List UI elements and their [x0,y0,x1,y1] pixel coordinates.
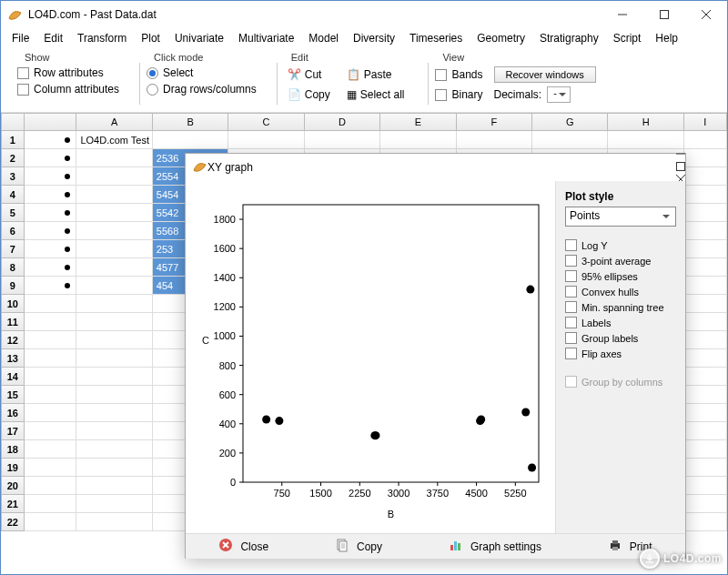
grid-cell[interactable] [76,349,152,368]
grid-cell[interactable] [684,459,727,477]
row-header[interactable]: 3 [1,167,25,186]
row-marker-cell[interactable] [25,459,77,477]
grid-cell[interactable] [76,277,152,295]
grid-cell[interactable] [684,349,727,368]
maximize-button[interactable] [643,1,685,28]
grid-cell[interactable] [76,422,152,440]
decimals-select[interactable]: - [547,86,571,103]
row-marker-cell[interactable] [25,240,77,258]
menu-edit[interactable]: Edit [36,30,70,46]
menu-stratigraphy[interactable]: Stratigraphy [532,30,606,46]
row-marker-cell[interactable] [25,495,77,513]
grid-cell[interactable] [76,513,152,531]
row-header[interactable]: 18 [1,440,25,459]
row-marker-cell[interactable] [25,349,77,368]
grid-cell[interactable] [76,186,152,204]
plot-option-checkbox[interactable]: 95% ellipses [565,270,676,282]
row-marker-cell[interactable] [25,149,77,167]
grid-cell[interactable] [684,277,727,295]
row-header[interactable]: 14 [1,368,25,386]
grid-cell[interactable] [76,477,152,495]
grid-cell[interactable] [76,459,152,477]
column-header[interactable]: G [532,113,608,131]
paste-button[interactable]: 📋Paste [343,66,409,83]
grid-cell[interactable] [608,131,683,149]
plot-option-checkbox[interactable]: Group labels [565,332,676,344]
row-header[interactable]: 6 [1,222,25,240]
grid-cell[interactable] [76,386,152,404]
grid-cell[interactable] [76,368,152,386]
cut-button[interactable]: ✂️Cut [284,66,334,83]
column-header[interactable]: C [228,113,304,131]
grid-cell[interactable] [76,258,152,277]
row-marker-cell[interactable] [25,422,77,440]
row-header[interactable]: 19 [1,459,25,477]
grid-cell[interactable] [684,131,727,149]
row-header[interactable]: 11 [1,313,25,331]
row-marker-cell[interactable] [25,186,77,204]
xy-minimize-button[interactable] [676,148,685,161]
menu-timeseries[interactable]: Timeseries [402,30,470,46]
grid-cell[interactable] [153,131,228,149]
grid-cell[interactable] [76,295,152,313]
column-header[interactable] [1,113,25,131]
row-header[interactable]: 7 [1,240,25,258]
grid-cell[interactable] [684,495,727,513]
menu-model[interactable]: Model [301,30,346,46]
xy-graph-settings-action[interactable]: Graph settings [440,534,551,559]
row-marker-cell[interactable] [25,204,77,222]
grid-cell[interactable] [684,513,727,531]
grid-cell[interactable] [684,167,727,186]
xy-close-action[interactable]: Close [209,534,278,559]
column-header[interactable]: E [380,113,456,131]
row-marker-cell[interactable] [25,295,77,313]
grid-cell[interactable] [684,149,727,167]
column-attributes-checkbox[interactable]: Column attributes [17,83,119,96]
grid-cell[interactable] [684,186,727,204]
grid-cell[interactable] [380,131,456,149]
row-header[interactable]: 5 [1,204,25,222]
row-marker-cell[interactable] [25,386,77,404]
row-marker-cell[interactable] [25,313,77,331]
row-header[interactable]: 22 [1,513,25,531]
menu-help[interactable]: Help [648,30,685,46]
plot-style-select[interactable]: Points [565,207,676,227]
grid-cell[interactable] [76,222,152,240]
row-header[interactable]: 21 [1,495,25,513]
menu-transform[interactable]: Transform [70,30,134,46]
menu-plot[interactable]: Plot [134,30,167,46]
grid-cell[interactable] [684,204,727,222]
grid-cell[interactable] [76,149,152,167]
row-header[interactable]: 17 [1,422,25,440]
row-header[interactable]: 12 [1,331,25,349]
grid-cell[interactable] [684,386,727,404]
row-attributes-checkbox[interactable]: Row attributes [17,66,119,79]
column-header[interactable]: D [305,113,380,131]
plot-option-checkbox[interactable]: Log Y [565,239,676,251]
grid-cell[interactable] [684,440,727,459]
grid-cell[interactable] [76,331,152,349]
column-header[interactable]: I [684,113,727,131]
row-marker-cell[interactable] [25,404,77,422]
grid-cell[interactable] [457,131,532,149]
recover-windows-button[interactable]: Recover windows [494,66,596,83]
minimize-button[interactable] [602,1,643,28]
plot-option-checkbox[interactable]: 3-point average [565,255,676,267]
row-marker-cell[interactable] [25,222,77,240]
close-button[interactable] [685,1,727,28]
row-header[interactable]: 15 [1,386,25,404]
grid-cell[interactable] [684,477,727,495]
drag-radio[interactable]: Drag rows/columns [147,83,257,96]
grid-cell[interactable] [532,131,608,149]
row-header[interactable]: 10 [1,295,25,313]
select-radio[interactable]: Select [147,66,257,79]
menu-diversity[interactable]: Diversity [346,30,402,46]
binary-checkbox[interactable]: Binary [435,88,482,101]
menu-file[interactable]: File [5,30,36,46]
row-header[interactable]: 2 [1,149,25,167]
grid-cell[interactable] [684,368,727,386]
menu-univariate[interactable]: Univariate [167,30,231,46]
menu-geometry[interactable]: Geometry [470,30,532,46]
grid-cell[interactable] [76,167,152,186]
row-marker-cell[interactable] [25,131,77,149]
